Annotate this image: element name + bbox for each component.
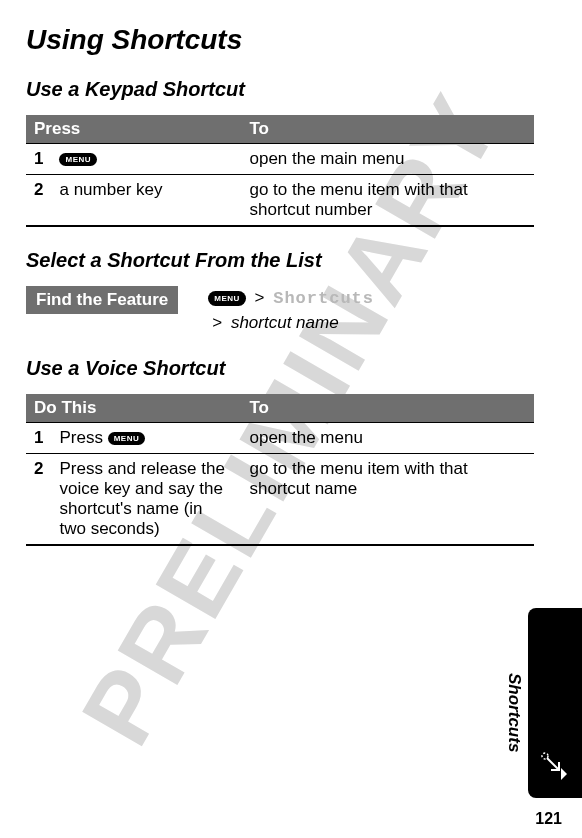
table-row: 1 Press MENU open the menu — [26, 422, 534, 453]
table-row: 2 a number key go to the menu item with … — [26, 175, 534, 227]
page-title: Using Shortcuts — [26, 24, 534, 56]
find-feature-label: Find the Feature — [26, 286, 178, 314]
table-row: 2 Press and release the voice key and sa… — [26, 453, 534, 545]
table-row: 1 MENU open the main menu — [26, 144, 534, 175]
row-press-text: Press — [59, 428, 107, 447]
row-to: go to the menu item with that shortcut n… — [241, 175, 534, 227]
shortcut-icon — [537, 748, 573, 784]
section1-heading: Use a Keypad Shortcut — [26, 78, 534, 101]
path-shortcuts: Shortcuts — [273, 289, 374, 308]
col-press: Press — [26, 115, 241, 144]
side-tab — [528, 608, 582, 798]
menu-key-icon: MENU — [59, 153, 97, 166]
page-number: 121 — [535, 810, 562, 828]
row-press: a number key — [51, 175, 241, 227]
path-shortcut-name: shortcut name — [231, 313, 339, 332]
path-separator: > — [255, 288, 265, 307]
col-to: To — [241, 115, 534, 144]
row-to: open the main menu — [241, 144, 534, 175]
row-press: Press MENU — [51, 422, 241, 453]
row-to: go to the menu item with that shortcut n… — [241, 453, 534, 545]
col-to: To — [241, 394, 534, 423]
row-press: MENU — [51, 144, 241, 175]
table-header-row: Press To — [26, 115, 534, 144]
find-feature-row: Find the Feature MENU > Shortcuts > shor… — [26, 286, 534, 335]
voice-shortcut-table: Do This To 1 Press MENU open the menu 2 … — [26, 394, 534, 546]
col-do-this: Do This — [26, 394, 241, 423]
keypad-shortcut-table: Press To 1 MENU open the main menu 2 a n… — [26, 115, 534, 227]
row-num: 2 — [26, 453, 51, 545]
menu-key-icon: MENU — [108, 432, 146, 445]
row-press: Press and release the voice key and say … — [51, 453, 241, 545]
row-num: 2 — [26, 175, 51, 227]
table-header-row: Do This To — [26, 394, 534, 423]
row-num: 1 — [26, 144, 51, 175]
path-separator: > — [212, 313, 222, 332]
section2-heading: Select a Shortcut From the List — [26, 249, 534, 272]
row-num: 1 — [26, 422, 51, 453]
section3-heading: Use a Voice Shortcut — [26, 357, 534, 380]
side-section-label: Shortcuts — [504, 673, 524, 752]
row-to: open the menu — [241, 422, 534, 453]
find-feature-path: MENU > Shortcuts > shortcut name — [208, 286, 374, 335]
page-content: Using Shortcuts Use a Keypad Shortcut Pr… — [0, 0, 582, 546]
menu-key-icon: MENU — [208, 291, 246, 306]
